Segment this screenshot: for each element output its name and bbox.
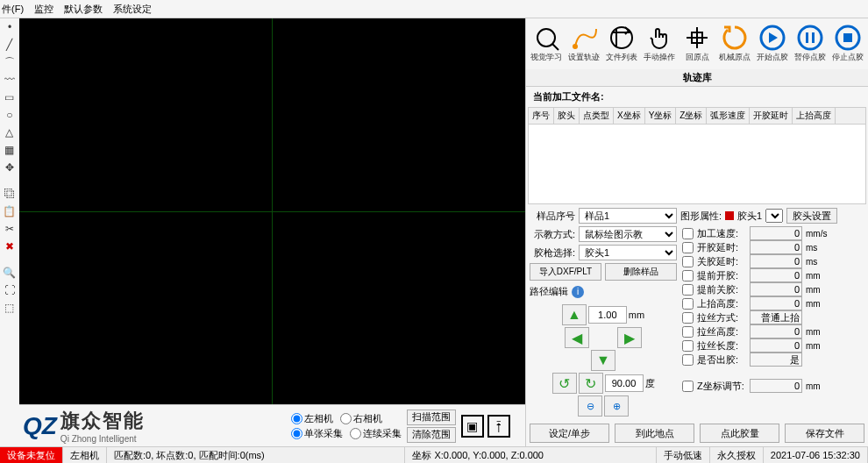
param-checkbox-7[interactable] [682, 326, 694, 338]
tool-move-icon[interactable]: ✥ [3, 160, 17, 175]
svg-rect-9 [812, 32, 815, 43]
goto-point-button[interactable]: 到此地点 [615, 424, 694, 443]
fit-screen-icon[interactable]: ▣ [461, 415, 484, 438]
zadjust-checkbox[interactable] [682, 381, 694, 392]
menu-system[interactable]: 系统设定 [113, 3, 152, 16]
tool-copy-icon[interactable]: ⿻ [3, 187, 17, 201]
status-match: 匹配数:0, 坏点数:0, 匹配时间:0(ms) [107, 447, 405, 463]
tool-dot-icon[interactable]: • [3, 20, 17, 34]
tool-triangle-icon[interactable]: △ [3, 125, 17, 139]
param-input-1[interactable] [750, 240, 802, 254]
tool-paste-icon[interactable]: 📋 [3, 204, 17, 218]
param-checkbox-5[interactable] [682, 298, 694, 310]
clear-range-button[interactable]: 清除范围 [407, 427, 456, 443]
param-checkbox-4[interactable] [682, 284, 694, 296]
angle-input[interactable] [605, 374, 644, 392]
tool-circle-icon[interactable]: ○ [3, 108, 17, 122]
info-icon[interactable]: i [572, 286, 584, 298]
file-list-button[interactable]: 文件列表 [603, 20, 640, 68]
radio-single-cap[interactable]: 单张采集 [291, 427, 343, 440]
tool-misc-icon[interactable]: ⬚ [3, 301, 17, 315]
table-header[interactable]: 点类型 [580, 108, 614, 124]
arrow-left-button[interactable]: ◀ [565, 327, 589, 348]
tool-cut-icon[interactable]: ✂ [3, 222, 17, 236]
tool-delete-icon[interactable]: ✖ [3, 239, 17, 253]
teach-mode-select[interactable]: 鼠标绘图示教 [579, 226, 677, 242]
delete-sample-button[interactable]: 删除样品 [605, 263, 677, 281]
param-input-7[interactable] [750, 324, 802, 338]
param-checkbox-6[interactable] [682, 312, 694, 324]
param-input-4[interactable] [750, 282, 802, 296]
point-glue-button[interactable]: 点此胶量 [700, 424, 779, 443]
param-checkbox-8[interactable] [682, 340, 694, 352]
tool-rect-icon[interactable]: ▭ [3, 90, 17, 104]
table-header[interactable]: 序号 [529, 108, 554, 124]
table-header[interactable]: Y坐标 [645, 108, 677, 124]
param-input-2[interactable] [750, 254, 802, 268]
set-track-button[interactable]: 设置轨迹 [566, 20, 602, 68]
param-input-0[interactable] [750, 226, 802, 240]
set-step-button[interactable]: 设定/单步 [530, 424, 609, 443]
param-input-5[interactable] [750, 296, 802, 310]
back-origin-button[interactable]: 回原点 [679, 20, 715, 68]
vision-learn-button[interactable]: 视觉学习 [528, 20, 565, 68]
arrow-right-button[interactable]: ▶ [617, 327, 642, 348]
logo-mark: QZ [23, 412, 57, 440]
start-disp-button[interactable]: 开始点胶 [754, 20, 791, 68]
table-header[interactable]: X坐标 [614, 108, 645, 124]
param-checkbox-0[interactable] [682, 228, 694, 239]
glue-head-select[interactable] [765, 209, 783, 223]
param-checkbox-1[interactable] [682, 242, 694, 253]
glue-sel-select[interactable]: 胶头1 [579, 245, 677, 260]
radio-cont-cap[interactable]: 连续采集 [350, 427, 402, 440]
param-label-6: 拉丝方式: [697, 311, 746, 324]
scan-range-button[interactable]: 扫描范围 [407, 410, 456, 425]
track-table[interactable]: 序号胶头点类型X坐标Y坐标Z坐标弧形速度开胶延时上抬高度 [528, 107, 866, 204]
zadjust-input[interactable] [750, 379, 802, 393]
table-header[interactable]: 上抬高度 [793, 108, 836, 124]
pause-disp-button[interactable]: 暂停点胶 [792, 20, 829, 68]
step-input[interactable] [588, 306, 627, 324]
tool-grid-icon[interactable]: ▦ [3, 143, 17, 157]
table-header[interactable]: 开胶延时 [750, 108, 793, 124]
machine-origin-button[interactable]: 机械原点 [716, 20, 753, 68]
logo: QZ 旗众智能 Qi Zhong Intelligent [23, 408, 286, 444]
table-header[interactable]: 胶头 [554, 108, 580, 124]
param-unit-5: mm [806, 299, 827, 309]
param-input-6[interactable] [750, 310, 802, 324]
table-header[interactable]: 弧形速度 [707, 108, 750, 124]
menu-params[interactable]: 默认参数 [64, 3, 103, 16]
table-header[interactable]: Z坐标 [676, 108, 707, 124]
param-input-8[interactable] [750, 338, 802, 353]
manual-op-button[interactable]: 手动操作 [641, 20, 678, 68]
param-checkbox-2[interactable] [682, 256, 694, 267]
tool-zoom-icon[interactable]: 🔍 [3, 266, 17, 280]
export-icon[interactable]: ⭱ [487, 415, 510, 438]
radio-left-cam[interactable]: 左相机 [291, 412, 333, 425]
param-input-9[interactable] [750, 353, 802, 367]
param-label-4: 提前关胶: [697, 283, 746, 296]
arrow-up-button[interactable]: ▲ [562, 304, 587, 325]
zoom-out-button[interactable]: ⊖ [578, 395, 602, 417]
zoom-in-button[interactable]: ⊕ [604, 395, 629, 417]
glue-head-settings-button[interactable]: 胶头设置 [786, 208, 837, 224]
tool-arc-icon[interactable]: ⌒ [3, 55, 17, 69]
arrow-down-button[interactable]: ▼ [591, 350, 615, 371]
save-file-button[interactable]: 保存文件 [785, 424, 864, 443]
tool-line-icon[interactable]: ╱ [3, 38, 17, 52]
tool-curve-icon[interactable]: 〰 [3, 73, 17, 87]
rotate-ccw-button[interactable]: ↺ [552, 373, 577, 394]
sample-seq-select[interactable]: 样品1 [579, 208, 677, 224]
rotate-cw-button[interactable]: ↻ [579, 373, 603, 394]
stop-disp-button[interactable]: 停止点胶 [829, 20, 866, 68]
param-input-3[interactable] [750, 268, 802, 282]
menu-file[interactable]: 件(F) [2, 3, 24, 16]
param-checkbox-3[interactable] [682, 270, 694, 281]
menu-monitor[interactable]: 监控 [34, 3, 53, 16]
radio-right-cam[interactable]: 右相机 [340, 412, 382, 425]
top-iconbar: 视觉学习设置轨迹文件列表手动操作回原点机械原点开始点胶暂停点胶停止点胶 [526, 18, 868, 69]
import-dxf-button[interactable]: 导入DXF/PLT [530, 263, 601, 281]
canvas-viewport[interactable] [19, 18, 525, 404]
tool-fit-icon[interactable]: ⛶ [3, 283, 17, 297]
param-checkbox-9[interactable] [682, 354, 694, 366]
